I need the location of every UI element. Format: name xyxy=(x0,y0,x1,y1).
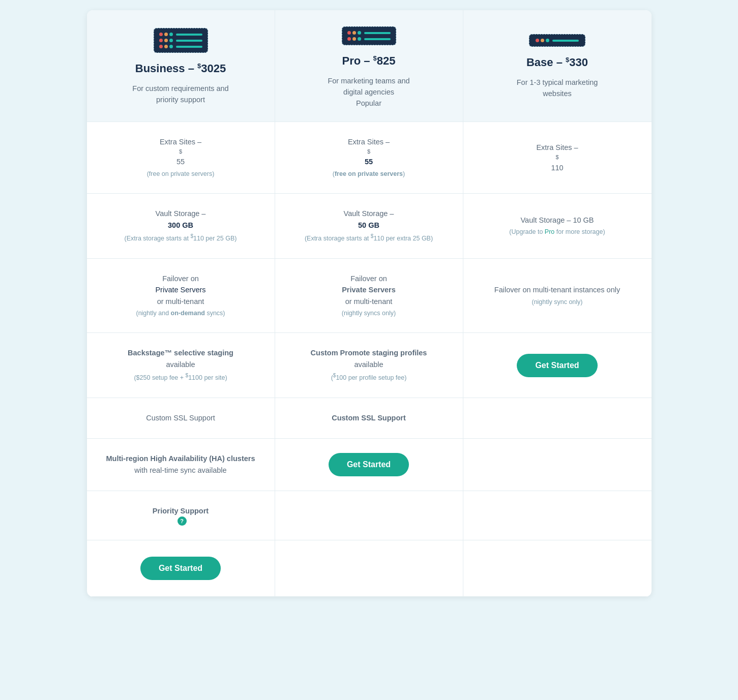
business-ha: Multi-region High Availability (HA) clus… xyxy=(87,439,275,491)
pro-failover-note: (nightly syncs only) xyxy=(342,309,396,318)
base-icon xyxy=(529,34,585,47)
pro-cta-empty xyxy=(275,540,463,597)
pro-vault: Vault Storage – 50 GB (Extra storage sta… xyxy=(275,194,463,258)
dot-red xyxy=(536,39,539,42)
dot-red xyxy=(159,45,163,48)
base-ssl-empty xyxy=(463,398,652,439)
pro-failover: Failover on Private Servers or multi-ten… xyxy=(275,259,463,333)
pro-extra-sites-note: (free on private servers) xyxy=(333,169,405,179)
server-line xyxy=(552,40,579,42)
business-header: Business – $3025 For custom requirements… xyxy=(87,10,275,122)
base-vault-note: (Upgrade to Pro for more storage) xyxy=(509,227,605,237)
base-vault: Vault Storage – 10 GB (Upgrade to Pro fo… xyxy=(463,194,652,258)
business-vault-amount: 300 GB xyxy=(168,220,193,231)
pricing-table: Business – $3025 For custom requirements… xyxy=(87,10,652,597)
base-price: 330 xyxy=(569,56,588,69)
pricing-grid: Business – $3025 For custom requirements… xyxy=(87,10,652,597)
base-get-started-1: Get Started xyxy=(463,333,652,398)
dot-orange xyxy=(164,39,168,42)
pro-vault-amount: 50 GB xyxy=(358,220,379,231)
business-failover: Failover on Private Servers or multi-ten… xyxy=(87,259,275,333)
pro-extra-sites: Extra Sites – $55 (free on private serve… xyxy=(275,122,463,194)
base-failover-note: (nightly sync only) xyxy=(532,297,582,307)
base-priority-empty xyxy=(463,491,652,540)
pro-staging: Custom Promote staging profiles availabl… xyxy=(275,333,463,398)
base-extra-sites: Extra Sites – $110 xyxy=(463,122,652,194)
pro-price: 825 xyxy=(377,54,396,67)
pro-staging-label: Custom Promote staging profiles xyxy=(311,347,427,358)
business-staging-note: ($250 setup fee + $1100 per site) xyxy=(134,372,227,383)
dot-teal xyxy=(358,37,361,41)
dot-red xyxy=(159,33,163,36)
dot-orange xyxy=(164,33,168,36)
server-line xyxy=(364,38,391,40)
dot-red xyxy=(159,39,163,42)
dot-orange xyxy=(164,45,168,48)
business-staging-label: Backstage™ selective staging xyxy=(128,347,233,358)
pro-plan-title: Pro – $825 xyxy=(342,54,395,68)
dot-teal xyxy=(169,33,173,36)
business-priority: Priority Support ? xyxy=(87,491,275,540)
base-plan-title: Base – $330 xyxy=(526,56,588,69)
business-get-started-button[interactable]: Get Started xyxy=(140,557,221,580)
pro-popular-badge: Popular xyxy=(356,99,381,107)
base-ha-empty xyxy=(463,439,652,491)
business-failover-note: (nightly and on-demand syncs) xyxy=(136,309,225,318)
business-cta: Get Started xyxy=(87,540,275,597)
business-vault-note: (Extra storage starts at $110 per 25 GB) xyxy=(125,232,237,244)
business-vault: Vault Storage – 300 GB (Extra storage st… xyxy=(87,194,275,258)
business-ssl: Custom SSL Support xyxy=(87,398,275,439)
pro-plan-desc: For marketing teams anddigital agencies xyxy=(328,76,409,98)
base-failover: Failover on multi-tenant instances only … xyxy=(463,259,652,333)
business-price: 3025 xyxy=(201,62,226,75)
dot-teal xyxy=(358,31,361,35)
server-line xyxy=(176,40,202,42)
business-priority-label: Priority Support xyxy=(153,505,209,516)
pro-get-started-button[interactable]: Get Started xyxy=(329,453,409,476)
dot-teal xyxy=(169,45,173,48)
pro-ssl: Custom SSL Support xyxy=(275,398,463,439)
base-cta-empty xyxy=(463,540,652,597)
pro-vault-note: (Extra storage starts at $110 per extra … xyxy=(305,232,433,244)
pro-staging-note: ($100 per profile setup fee) xyxy=(331,372,407,383)
pro-ssl-label: Custom SSL Support xyxy=(332,412,406,423)
pro-header: Pro – $825 For marketing teams anddigita… xyxy=(275,10,463,122)
pro-get-started: Get Started xyxy=(275,439,463,491)
base-plan-desc: For 1-3 typical marketingwebsites xyxy=(517,77,598,100)
dot-teal xyxy=(169,39,173,42)
business-extra-sites-note: (free on private servers) xyxy=(147,169,215,179)
dot-orange xyxy=(352,31,356,35)
dot-orange xyxy=(352,37,356,41)
business-plan-desc: For custom requirements andpriority supp… xyxy=(132,83,228,106)
dot-red xyxy=(347,37,351,41)
server-line xyxy=(176,34,202,36)
dot-red xyxy=(347,31,351,35)
base-header: Base – $330 For 1-3 typical marketingweb… xyxy=(463,10,652,122)
business-ha-label: Multi-region High Availability (HA) clus… xyxy=(106,453,255,464)
pro-icon xyxy=(342,26,396,45)
server-line xyxy=(176,46,202,48)
dot-orange xyxy=(541,39,544,42)
pro-priority-empty xyxy=(275,491,463,540)
business-icon xyxy=(154,28,208,53)
priority-info-icon[interactable]: ? xyxy=(178,516,187,526)
business-extra-sites: Extra Sites – $55 (free on private serve… xyxy=(87,122,275,194)
business-plan-title: Business – $3025 xyxy=(135,62,226,75)
business-ssl-label: Custom SSL Support xyxy=(146,412,215,423)
dot-teal xyxy=(546,39,549,42)
server-line xyxy=(364,32,391,34)
pro-price-sup: $ xyxy=(373,54,377,62)
base-get-started-button-1[interactable]: Get Started xyxy=(517,354,597,377)
business-staging: Backstage™ selective staging available (… xyxy=(87,333,275,398)
